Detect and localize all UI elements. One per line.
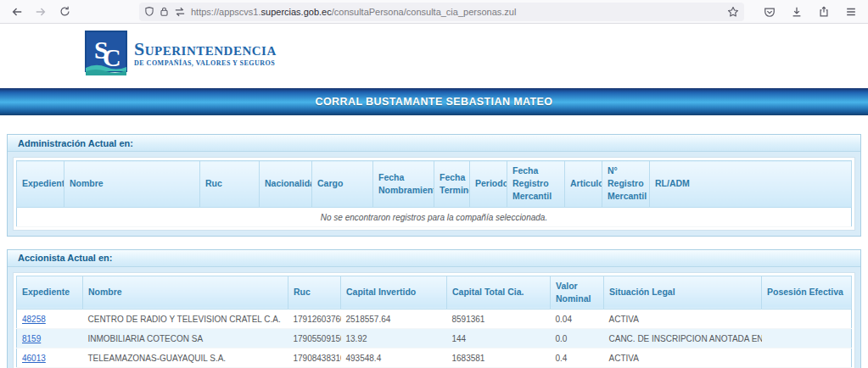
- posesion-efectiva-cell: [762, 329, 852, 348]
- person-name: CORRAL BUSTAMANTE SEBASTIAN MATEO: [316, 96, 553, 108]
- forward-button[interactable]: [31, 3, 51, 21]
- nombre-cell: CENTRO DE RADIO Y TELEVISION CRATEL C.A.: [83, 309, 288, 329]
- shareholder-header-row: Expediente Nombre Ruc Capital Invertido …: [17, 276, 852, 309]
- ruc-cell: 179126037600: [288, 309, 341, 329]
- org-tagline: de Compañías, Valores y Seguros: [134, 59, 277, 67]
- admin-grid: Expediente Nombre Ruc Nacionalidad Cargo…: [13, 157, 855, 231]
- pocket-button[interactable]: [759, 3, 780, 21]
- capital-total-cell: 1683581: [447, 348, 551, 368]
- expediente-cell: 48258: [17, 309, 83, 329]
- shareholder-grid: Expediente Nombre Ruc Capital Invertido …: [13, 272, 855, 368]
- capital-total-cell: 8591361: [447, 309, 551, 329]
- capital-total-cell: 144: [447, 329, 551, 348]
- column-header: Valor Nominal: [551, 276, 604, 309]
- download-icon: [791, 6, 803, 18]
- empty-message: No se encontraron registros para la comp…: [17, 207, 852, 226]
- capital-invertido-cell: 13.92: [341, 329, 447, 348]
- url-scheme: https://appscvs1.: [191, 7, 261, 17]
- brand-text: Superintendencia de Compañías, Valores y…: [134, 40, 277, 67]
- expediente-cell: 46013: [17, 348, 83, 368]
- situacion-legal-cell: ACTIVA: [604, 348, 762, 368]
- column-header: Ruc: [200, 161, 260, 208]
- column-header: Capital Total Cia.: [447, 276, 551, 309]
- nombre-cell: INMOBILIARIA COTECON SA: [83, 329, 288, 348]
- column-header: Nacionalidad: [260, 161, 312, 208]
- admin-table: Expediente Nombre Ruc Nacionalidad Cargo…: [16, 160, 852, 227]
- column-header: Cargo: [312, 161, 373, 208]
- expediente-link[interactable]: 8159: [22, 334, 41, 343]
- permissions-icon[interactable]: [174, 7, 186, 17]
- url-path: /consultaPersona/consulta_cia_personas.z…: [332, 7, 517, 17]
- nombre-cell: TELEAMAZONAS-GUAYAQUIL S.A.: [83, 348, 288, 368]
- column-header: Ruc: [288, 276, 341, 309]
- column-header: N° Registro Mercantil: [602, 161, 650, 208]
- table-row: 48258 CENTRO DE RADIO Y TELEVISION CRATE…: [17, 309, 852, 329]
- downloads-button[interactable]: [787, 3, 807, 21]
- menu-button[interactable]: [841, 3, 861, 21]
- situacion-legal-cell: CANC. DE INSCRIPCION ANOTADA EN RM: [604, 329, 762, 348]
- url-bar[interactable]: https://appscvs1.supercias.gob.ec/consul…: [139, 3, 744, 21]
- valor-nominal-cell: 0.0: [551, 329, 604, 348]
- column-header: Nombre: [64, 161, 200, 208]
- url-domain: supercias.gob.ec: [261, 7, 332, 17]
- site-header: S C Superintendencia de Compañías, Valor…: [85, 29, 868, 78]
- column-header: Expediente: [17, 276, 83, 309]
- shareholder-panel-body: Expediente Nombre Ruc Capital Invertido …: [8, 267, 860, 368]
- lock-icon[interactable]: [160, 6, 169, 17]
- column-header: Periodo: [470, 161, 507, 208]
- admin-panel-title: Administración Actual en:: [8, 135, 860, 152]
- posesion-efectiva-cell: [762, 348, 852, 368]
- column-header: Fecha Registro Mercantil: [507, 161, 565, 208]
- capital-invertido-cell: 2518557.64: [341, 309, 447, 329]
- column-header: Fecha Termino: [434, 161, 470, 208]
- column-header: Capital Invertido: [341, 276, 447, 309]
- back-button[interactable]: [7, 3, 27, 21]
- toolbar-right-icons: [759, 3, 861, 21]
- hamburger-menu-icon: [845, 6, 857, 18]
- empty-row: No se encontraron registros para la comp…: [17, 207, 852, 226]
- share-icon: [818, 6, 830, 18]
- column-header: Articulo: [565, 161, 602, 208]
- supercias-logo: S C: [85, 31, 127, 76]
- expediente-link[interactable]: 46013: [22, 354, 46, 363]
- column-header: RL/ADM: [650, 161, 852, 208]
- ruc-cell: 179055091500: [288, 329, 341, 348]
- shareholder-panel-title: Accionista Actual en:: [8, 250, 860, 267]
- admin-header-row: Expediente Nombre Ruc Nacionalidad Cargo…: [17, 161, 852, 208]
- shareholder-table: Expediente Nombre Ruc Capital Invertido …: [16, 276, 852, 368]
- admin-panel-body: Expediente Nombre Ruc Nacionalidad Cargo…: [8, 152, 860, 236]
- capital-invertido-cell: 493548.4: [341, 348, 447, 368]
- bookmark-star-icon[interactable]: [727, 6, 739, 18]
- tracking-protection-shield-icon[interactable]: [144, 6, 154, 17]
- valor-nominal-cell: 0.04: [551, 309, 604, 329]
- person-title-bar: CORRAL BUSTAMANTE SEBASTIAN MATEO: [0, 88, 868, 115]
- column-header: Situación Legal: [604, 276, 762, 309]
- expediente-link[interactable]: 48258: [22, 315, 46, 324]
- admin-panel: Administración Actual en: Expediente Nom…: [7, 134, 861, 237]
- pocket-icon: [764, 6, 776, 18]
- table-row: 46013 TELEAMAZONAS-GUAYAQUIL S.A. 179084…: [17, 348, 852, 368]
- forward-icon: [35, 6, 47, 18]
- browser-toolbar: https://appscvs1.supercias.gob.ec/consul…: [0, 0, 868, 24]
- posesion-efectiva-cell: [762, 309, 852, 329]
- ruc-cell: 179084383100: [288, 348, 341, 368]
- reload-icon: [59, 6, 70, 17]
- reload-button[interactable]: [54, 3, 75, 21]
- back-icon: [11, 6, 23, 18]
- valor-nominal-cell: 0.4: [551, 348, 604, 368]
- column-header: Expediente: [17, 161, 64, 208]
- table-row: 8159 INMOBILIARIA COTECON SA 17905509150…: [17, 329, 852, 348]
- share-button[interactable]: [814, 3, 834, 21]
- column-header: Nombre: [83, 276, 288, 309]
- expediente-cell: 8159: [17, 329, 83, 348]
- org-name: Superintendencia: [134, 40, 277, 59]
- situacion-legal-cell: ACTIVA: [604, 309, 762, 329]
- column-header: Posesión Efectiva: [762, 276, 852, 309]
- column-header: Fecha Nombramiento: [373, 161, 434, 208]
- url-text: https://appscvs1.supercias.gob.ec/consul…: [191, 7, 722, 17]
- shareholder-panel: Accionista Actual en: Expediente Nombre …: [7, 249, 861, 368]
